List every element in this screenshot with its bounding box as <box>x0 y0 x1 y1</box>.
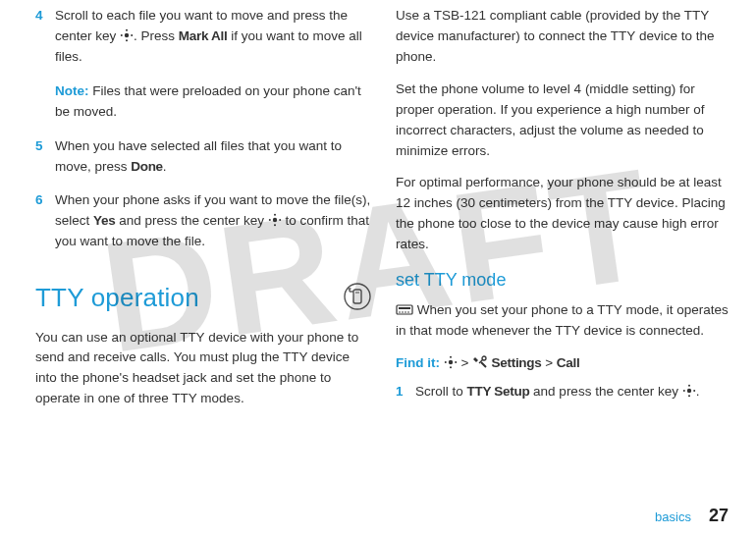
text: and press the center key <box>529 384 681 399</box>
svg-point-32 <box>693 390 695 392</box>
page-number: 27 <box>709 506 729 525</box>
svg-point-30 <box>688 395 690 397</box>
set-tty-mode-heading: set TTY mode <box>396 267 732 295</box>
tty-setup-label: TTY Setup <box>467 384 530 399</box>
svg-rect-11 <box>353 290 361 303</box>
svg-point-21 <box>407 311 409 313</box>
text: When you have selected all files that yo… <box>55 138 342 174</box>
find-it-label: Find it: <box>396 355 440 370</box>
svg-rect-16 <box>397 305 412 314</box>
svg-point-0 <box>125 33 129 37</box>
text: When you set your phone to a TTY mode, i… <box>396 302 729 338</box>
step-number: 5 <box>35 136 55 178</box>
svg-point-22 <box>449 360 453 364</box>
step-1: 1 Scroll to TTY Setup and press the cent… <box>396 382 732 402</box>
svg-point-10 <box>345 284 370 309</box>
step-text: Scroll to each file you want to move and… <box>55 6 372 68</box>
center-key-icon <box>444 355 458 369</box>
yes-label: Yes <box>93 213 115 228</box>
text: > <box>458 355 472 370</box>
center-key-icon <box>268 213 282 227</box>
svg-point-31 <box>682 390 684 392</box>
step-text: Scroll to TTY Setup and press the center… <box>415 382 732 402</box>
svg-point-2 <box>126 39 128 41</box>
call-label: Call <box>557 355 580 370</box>
note-label: Note: <box>55 83 89 98</box>
text: . Press <box>134 28 179 43</box>
svg-point-18 <box>399 311 401 313</box>
heading-row: TTY operation <box>35 266 372 327</box>
svg-point-23 <box>450 356 452 358</box>
tty-icon <box>396 302 413 316</box>
svg-point-29 <box>688 385 690 387</box>
svg-point-20 <box>405 311 406 313</box>
svg-rect-17 <box>399 307 410 309</box>
tools-icon <box>472 355 488 369</box>
svg-point-25 <box>445 361 447 363</box>
text: and press the center key <box>115 213 267 228</box>
svg-point-26 <box>455 361 457 363</box>
step-number: 4 <box>35 6 55 68</box>
step-4: 4 Scroll to each file you want to move a… <box>35 6 372 68</box>
accessibility-phone-icon <box>343 282 372 311</box>
step-text: When your phone asks if you want to move… <box>55 190 372 252</box>
step-number: 1 <box>396 382 415 402</box>
note-block: Note: Files that were preloaded on your … <box>55 81 372 123</box>
right-column: Use a TSB-121 compliant cable (provided … <box>396 6 732 501</box>
svg-point-5 <box>273 218 277 222</box>
left-column: 4 Scroll to each file you want to move a… <box>35 6 372 501</box>
section-label: basics <box>655 509 691 524</box>
svg-point-8 <box>269 219 271 221</box>
mark-all-label: Mark All <box>179 28 228 43</box>
svg-point-19 <box>402 311 404 313</box>
paragraph: Set the phone volume to level 4 (middle … <box>396 80 732 162</box>
note-text: Files that were preloaded on your phone … <box>55 83 361 119</box>
svg-point-24 <box>450 366 452 368</box>
text: . <box>696 384 700 399</box>
text: Scroll to <box>415 384 467 399</box>
svg-point-4 <box>131 34 133 36</box>
paragraph: For optimal performance, your phone shou… <box>396 173 732 255</box>
page-footer: basics27 <box>655 506 729 526</box>
find-it-line: Find it: > Settings > Call <box>396 353 732 374</box>
svg-point-7 <box>274 225 276 227</box>
svg-point-3 <box>121 34 123 36</box>
step-5: 5 When you have selected all files that … <box>35 136 372 178</box>
settings-label: Settings <box>488 355 541 370</box>
svg-point-9 <box>279 219 281 221</box>
text: > <box>541 355 556 370</box>
step-number: 6 <box>35 190 55 252</box>
step-text: When you have selected all files that yo… <box>55 136 372 178</box>
center-key-icon <box>120 28 134 42</box>
center-key-icon <box>682 384 696 398</box>
step-6: 6 When your phone asks if you want to mo… <box>35 190 372 252</box>
tty-intro-paragraph: You can use an optional TTY device with … <box>35 328 372 410</box>
paragraph: Use a TSB-121 compliant cable (provided … <box>396 6 732 68</box>
svg-point-28 <box>686 389 690 393</box>
svg-point-6 <box>274 214 276 216</box>
done-label: Done <box>131 159 163 174</box>
text: . <box>163 159 167 174</box>
svg-point-1 <box>126 29 128 31</box>
tty-operation-heading: TTY operation <box>35 278 199 317</box>
page-content: 4 Scroll to each file you want to move a… <box>0 0 756 501</box>
set-tty-intro: When you set your phone to a TTY mode, i… <box>396 300 732 342</box>
